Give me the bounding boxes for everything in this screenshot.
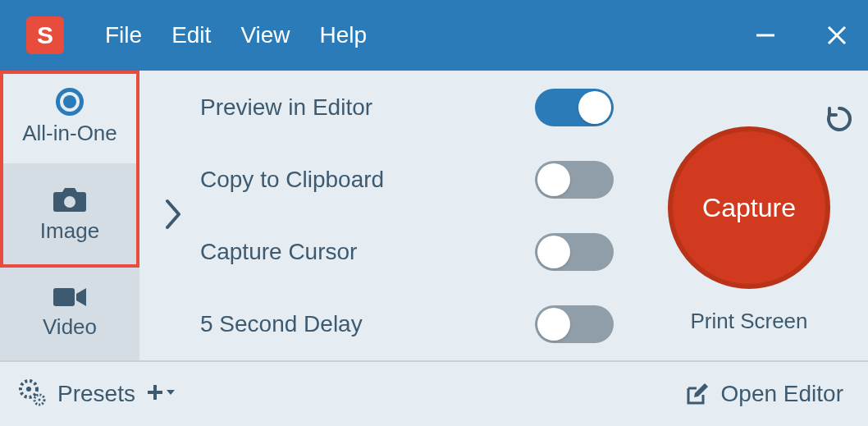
minimize-button[interactable] xyxy=(755,25,776,46)
setting-preview-in-editor: Preview in Editor xyxy=(200,89,630,126)
plus-dropdown-icon xyxy=(147,382,176,402)
capture-hotkey[interactable]: Print Screen xyxy=(690,309,807,334)
reset-button[interactable] xyxy=(825,105,853,136)
open-editor-button[interactable]: Open Editor xyxy=(685,381,843,407)
setting-5-second-delay: 5 Second Delay xyxy=(200,305,630,343)
setting-label: Capture Cursor xyxy=(200,239,535,265)
tab-label: Image xyxy=(40,218,99,244)
setting-label: Copy to Clipboard xyxy=(200,167,535,193)
svg-rect-4 xyxy=(53,288,75,306)
menu-file[interactable]: File xyxy=(105,22,142,48)
presets-button[interactable]: Presets xyxy=(57,381,135,407)
minimize-icon xyxy=(755,25,776,46)
close-icon xyxy=(825,24,848,47)
camera-icon xyxy=(53,186,87,213)
menu-view[interactable]: View xyxy=(240,22,290,48)
chevron-right-icon xyxy=(164,196,182,232)
capture-area: Capture Print Screen xyxy=(630,97,868,334)
tab-label: All-in-One xyxy=(22,121,117,146)
setting-label: 5 Second Delay xyxy=(200,311,535,337)
menu-help[interactable]: Help xyxy=(320,22,368,48)
tab-video[interactable]: Video xyxy=(0,266,139,358)
footer-left: Presets xyxy=(18,378,176,410)
toggle-preview-in-editor[interactable] xyxy=(535,89,614,126)
tab-all-in-one[interactable]: All-in-One xyxy=(0,71,139,163)
svg-point-6 xyxy=(26,387,31,392)
radio-icon xyxy=(56,88,84,116)
app-logo: S xyxy=(26,16,64,54)
capture-button[interactable]: Capture xyxy=(668,126,830,289)
expand-chevron[interactable] xyxy=(139,196,200,236)
open-editor-label: Open Editor xyxy=(721,381,843,407)
settings-panel: Preview in Editor Copy to Clipboard Capt… xyxy=(139,71,868,360)
gear-icon[interactable] xyxy=(18,378,46,410)
open-editor-icon xyxy=(685,382,710,406)
titlebar: S File Edit View Help xyxy=(0,0,868,71)
tab-label: Video xyxy=(43,314,97,340)
setting-label: Preview in Editor xyxy=(200,94,535,121)
svg-point-3 xyxy=(64,196,75,208)
tab-image[interactable]: Image xyxy=(0,163,139,266)
close-button[interactable] xyxy=(825,24,848,47)
setting-copy-to-clipboard: Copy to Clipboard xyxy=(200,161,630,199)
toggle-5-second-delay[interactable] xyxy=(535,305,614,343)
mode-sidebar: All-in-One Image Video xyxy=(0,71,139,360)
capture-button-label: Capture xyxy=(702,193,796,223)
video-icon xyxy=(52,285,88,309)
menu-edit[interactable]: Edit xyxy=(171,22,211,48)
main-menu: File Edit View Help xyxy=(105,22,367,48)
setting-capture-cursor: Capture Cursor xyxy=(200,233,630,271)
footer: Presets Open Editor xyxy=(0,360,868,426)
main-area: All-in-One Image Video Preview in xyxy=(0,71,868,360)
app-logo-letter: S xyxy=(37,21,53,49)
toggle-copy-to-clipboard[interactable] xyxy=(535,161,614,199)
window-controls xyxy=(755,24,848,47)
toggle-capture-cursor[interactable] xyxy=(535,233,614,271)
add-preset-button[interactable] xyxy=(147,382,176,405)
svg-point-8 xyxy=(39,399,41,401)
settings-list: Preview in Editor Copy to Clipboard Capt… xyxy=(200,69,630,363)
undo-icon xyxy=(825,105,853,133)
